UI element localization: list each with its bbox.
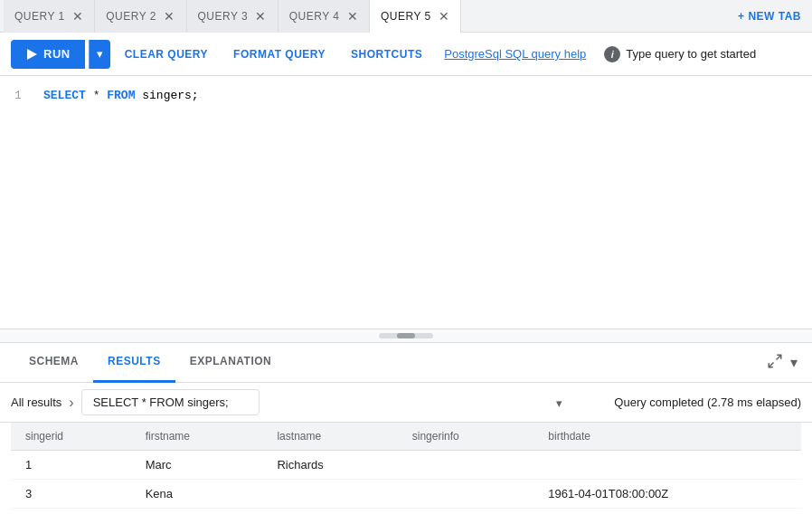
cell-firstname: Kena bbox=[131, 480, 263, 509]
table-name: singers; bbox=[142, 89, 198, 102]
tab-query4-label: QUERY 4 bbox=[289, 10, 340, 23]
tab-query3-close[interactable]: ✕ bbox=[255, 10, 267, 23]
tab-query5-close[interactable]: ✕ bbox=[439, 10, 450, 23]
query-select[interactable]: SELECT * FROM singers; bbox=[81, 389, 260, 415]
format-query-button[interactable]: FORMAT QUERY bbox=[222, 40, 336, 69]
bottom-tabs-bar: SCHEMA RESULTS EXPLANATION ▾ bbox=[0, 343, 812, 383]
sql-editor[interactable]: 1 SELECT * FROM singers; bbox=[0, 76, 812, 329]
cell-birthdate bbox=[533, 451, 801, 480]
tab-query2[interactable]: QUERY 2 ✕ bbox=[95, 0, 186, 33]
new-tab-label: + NEW TAB bbox=[738, 10, 801, 23]
chevron-down-icon[interactable]: ▾ bbox=[790, 354, 798, 371]
editor-code: SELECT * FROM singers; bbox=[43, 89, 199, 102]
tab-explanation-label: EXPLANATION bbox=[190, 355, 272, 367]
new-tab-button[interactable]: + NEW TAB bbox=[738, 10, 812, 23]
info-icon: i bbox=[604, 46, 620, 62]
select-arrow-icon: ▾ bbox=[556, 395, 562, 409]
all-results-label: All results bbox=[11, 395, 61, 409]
clear-query-label: CLEAR QUERY bbox=[125, 48, 208, 61]
help-link-text: PostgreSql SQL query help bbox=[444, 47, 586, 61]
chevron-down-icon: ▾ bbox=[97, 47, 103, 61]
svg-line-1 bbox=[777, 355, 781, 359]
tab-explanation[interactable]: EXPLANATION bbox=[175, 343, 287, 383]
cell-lastname: Richards bbox=[262, 451, 397, 480]
keyword-select: SELECT bbox=[43, 89, 86, 102]
query-status: Query completed (2.78 ms elapsed) bbox=[614, 395, 801, 409]
results-table-wrapper: singerid firstname lastname singerinfo b… bbox=[0, 423, 812, 509]
query-select-wrapper: SELECT * FROM singers; ▾ bbox=[81, 389, 570, 415]
tab-query1-close[interactable]: ✕ bbox=[72, 10, 84, 23]
col-singerinfo: singerinfo bbox=[398, 423, 534, 451]
scrollbar-hint bbox=[0, 329, 812, 343]
results-table: singerid firstname lastname singerinfo b… bbox=[11, 423, 801, 509]
tab-schema[interactable]: SCHEMA bbox=[14, 343, 93, 383]
format-query-label: FORMAT QUERY bbox=[233, 48, 326, 61]
info-text: Type query to get started bbox=[626, 47, 756, 61]
tab-query5-label: QUERY 5 bbox=[381, 10, 431, 23]
cell-singerid: 1 bbox=[11, 451, 131, 480]
cell-birthdate: 1961-04-01T08:00:00Z bbox=[533, 480, 801, 509]
keyword-from: FROM bbox=[107, 89, 135, 102]
shortcuts-label: SHORTCUTS bbox=[351, 48, 422, 61]
svg-line-2 bbox=[769, 362, 773, 367]
tab-query5[interactable]: QUERY 5 ✕ bbox=[370, 0, 461, 33]
run-button[interactable]: RUN bbox=[11, 40, 85, 69]
help-link[interactable]: PostgreSql SQL query help bbox=[437, 47, 593, 61]
tab-query1[interactable]: QUERY 1 ✕ bbox=[4, 0, 95, 33]
shortcuts-button[interactable]: SHORTCUTS bbox=[340, 40, 433, 69]
tab-schema-label: SCHEMA bbox=[29, 355, 79, 367]
run-play-icon bbox=[25, 48, 38, 61]
tab-query1-label: QUERY 1 bbox=[14, 10, 65, 23]
tab-query4[interactable]: QUERY 4 ✕ bbox=[279, 0, 370, 33]
scroll-track bbox=[379, 333, 433, 338]
tab-results[interactable]: RESULTS bbox=[93, 343, 175, 383]
tab-query3-label: QUERY 3 bbox=[198, 10, 249, 23]
cell-firstname: Marc bbox=[131, 451, 263, 480]
col-singerid: singerid bbox=[11, 423, 131, 451]
line-number: 1 bbox=[14, 87, 22, 105]
col-lastname: lastname bbox=[262, 423, 397, 451]
results-bar: All results › SELECT * FROM singers; ▾ Q… bbox=[0, 383, 812, 423]
tab-query2-label: QUERY 2 bbox=[106, 10, 156, 23]
tab-query3[interactable]: QUERY 3 ✕ bbox=[187, 0, 279, 33]
cell-singerinfo bbox=[398, 451, 534, 480]
col-birthdate: birthdate bbox=[533, 423, 801, 451]
fullscreen-icon[interactable] bbox=[767, 353, 783, 373]
tab-results-label: RESULTS bbox=[108, 355, 161, 367]
info-section: i Type query to get started bbox=[604, 46, 756, 62]
tabs-bar: QUERY 1 ✕ QUERY 2 ✕ QUERY 3 ✕ QUERY 4 ✕ … bbox=[0, 0, 812, 33]
toolbar: RUN ▾ CLEAR QUERY FORMAT QUERY SHORTCUTS… bbox=[0, 33, 812, 76]
cell-singerinfo bbox=[398, 480, 534, 509]
svg-marker-0 bbox=[27, 49, 37, 60]
tab-query4-close[interactable]: ✕ bbox=[347, 10, 359, 23]
table-header-row: singerid firstname lastname singerinfo b… bbox=[11, 423, 801, 451]
scroll-thumb bbox=[397, 333, 415, 338]
expand-controls: ▾ bbox=[767, 353, 798, 373]
tab-query2-close[interactable]: ✕ bbox=[164, 10, 175, 23]
cell-singerid: 3 bbox=[11, 480, 131, 509]
run-dropdown-button[interactable]: ▾ bbox=[89, 40, 110, 69]
results-expand-icon[interactable]: › bbox=[69, 395, 73, 411]
run-label: RUN bbox=[43, 47, 71, 61]
clear-query-button[interactable]: CLEAR QUERY bbox=[114, 40, 219, 69]
col-firstname: firstname bbox=[131, 423, 263, 451]
table-row: 3Kena1961-04-01T08:00:00Z bbox=[11, 480, 801, 509]
table-row: 1MarcRichards bbox=[11, 451, 801, 480]
cell-lastname bbox=[262, 480, 397, 509]
